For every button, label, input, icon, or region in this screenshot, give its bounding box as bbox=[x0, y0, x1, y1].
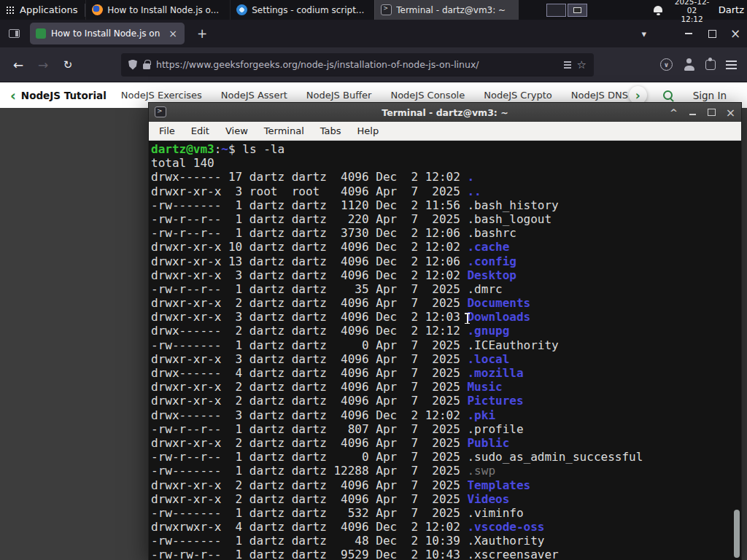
navigation-toolbar: https://www.geeksforgeeks.org/node-js/in… bbox=[0, 47, 747, 82]
terminal-output[interactable]: dartz@vm3:~$ ls -latotal 140drwx------ 1… bbox=[149, 141, 741, 560]
terminal-icon bbox=[381, 4, 392, 15]
workspace-window-thumb bbox=[573, 7, 581, 13]
tracking-protection-shield-icon[interactable] bbox=[128, 60, 137, 70]
menu-icon[interactable] bbox=[726, 61, 737, 69]
panel-clock[interactable]: 2025-12-02 12:12 bbox=[674, 0, 709, 23]
terminal-output-line: drwxr-xr-x 2 dartz dartz 4096 Apr 7 2025… bbox=[151, 380, 741, 394]
site-nav-item-3[interactable]: NodeJS Buffer bbox=[306, 90, 372, 101]
taskbar-button-1[interactable]: How to Install Node.js o... bbox=[85, 0, 230, 20]
taskbar-button-3[interactable]: Terminal - dartz@vm3: ~ bbox=[374, 0, 519, 20]
terminal-output-line: drwx------ 4 dartz dartz 4096 Apr 7 2025… bbox=[151, 366, 741, 380]
browser-minimize-button[interactable] bbox=[677, 20, 700, 47]
terminal-prompt-line: dartz@vm3:~$ ls -la bbox=[151, 142, 741, 156]
terminal-output-line: drwxr-xr-x 13 dartz dartz 4096 Dec 2 12:… bbox=[151, 254, 741, 268]
search-icon[interactable] bbox=[663, 90, 673, 100]
terminal-scrollbar-thumb[interactable] bbox=[734, 510, 740, 558]
terminal-output-line: -rw-r--r-- 1 dartz dartz 35 Apr 7 2025 .… bbox=[151, 282, 741, 296]
tab-title: How to Install Node.js on bbox=[51, 28, 162, 39]
terminal-output-line: drwxr-xr-x 2 dartz dartz 4096 Apr 7 2025… bbox=[151, 394, 741, 408]
browser-tab[interactable]: How to Install Node.js on bbox=[30, 23, 185, 44]
sign-in-button[interactable]: Sign In bbox=[693, 90, 727, 101]
terminal-output-line: -rw------- 1 dartz dartz 48 Dec 2 10:39 … bbox=[151, 534, 741, 548]
menu-item-view[interactable]: View bbox=[221, 125, 252, 136]
terminal-output-line: drwx------ 2 dartz dartz 4096 Dec 2 12:1… bbox=[151, 324, 741, 338]
notification-bell-icon[interactable] bbox=[653, 4, 661, 16]
terminal-scrollbar[interactable] bbox=[733, 141, 740, 560]
url-text[interactable]: https://www.geeksforgeeks.org/node-js/in… bbox=[156, 59, 558, 70]
taskbar-button-label: Settings - codium script... bbox=[252, 5, 364, 15]
terminal-output-line: drwxr-xr-x 2 dartz dartz 4096 Apr 7 2025… bbox=[151, 492, 741, 506]
applications-label: Applications bbox=[20, 4, 77, 15]
terminal-minimize-button[interactable] bbox=[688, 103, 697, 122]
back-button[interactable] bbox=[6, 52, 31, 77]
user-menu[interactable]: Dartz bbox=[719, 4, 744, 15]
browser-close-button[interactable] bbox=[724, 20, 747, 47]
list-all-tabs-icon[interactable] bbox=[641, 28, 646, 39]
terminal-output-line: drwx------ 3 dartz dartz 4096 Dec 2 12:0… bbox=[151, 408, 741, 422]
terminal-output-line: -rw------- 1 dartz dartz 1120 Dec 2 11:5… bbox=[151, 198, 741, 212]
terminal-titlebar[interactable]: Terminal - dartz@vm3: ~ bbox=[149, 103, 741, 122]
terminal-title: Terminal - dartz@vm3: ~ bbox=[382, 107, 508, 118]
terminal-output-line: -rw------- 1 dartz dartz 12288 Apr 7 202… bbox=[151, 464, 741, 478]
workspace-switcher[interactable] bbox=[546, 4, 587, 17]
terminal-maximize-button[interactable] bbox=[707, 103, 716, 122]
site-nav-back-chevron-icon[interactable] bbox=[10, 88, 16, 104]
terminal-output-line: -rw------- 1 dartz dartz 532 Apr 7 2025 … bbox=[151, 506, 741, 520]
terminal-output-line: drwxr-xr-x 2 dartz dartz 4096 Apr 7 2025… bbox=[151, 296, 741, 310]
terminal-output-line: drwxr-xr-x 2 dartz dartz 4096 Apr 7 2025… bbox=[151, 478, 741, 492]
terminal-output-line: -rw-r--r-- 1 dartz dartz 807 Apr 7 2025 … bbox=[151, 422, 741, 436]
clock-date: 2025-12-02 bbox=[674, 0, 709, 15]
terminal-shade-button[interactable] bbox=[669, 103, 678, 122]
terminal-output-line: drwxr-xr-x 10 dartz dartz 4096 Dec 2 12:… bbox=[151, 240, 741, 254]
tab-close-icon[interactable] bbox=[167, 28, 179, 39]
new-tab-button[interactable] bbox=[193, 26, 211, 41]
applications-grid-icon bbox=[6, 6, 15, 15]
forward-button[interactable] bbox=[31, 52, 55, 77]
terminal-menubar: FileEditViewTerminalTabsHelp bbox=[149, 122, 741, 141]
terminal-icon bbox=[155, 106, 166, 117]
site-nav-item-2[interactable]: NodeJS Assert bbox=[221, 90, 287, 101]
site-nav-tutorial-link[interactable]: NodeJS Tutorial bbox=[21, 90, 107, 101]
site-nav-item-5[interactable]: NodeJS Crypto bbox=[484, 90, 552, 101]
terminal-output-line: -rw------- 1 dartz dartz 0 Apr 7 2025 .I… bbox=[151, 338, 741, 352]
extensions-icon[interactable] bbox=[705, 60, 716, 70]
tab-bar: How to Install Node.js on bbox=[0, 20, 747, 47]
browser-maximize-button[interactable] bbox=[700, 20, 724, 47]
taskbar: How to Install Node.js o...Settings - co… bbox=[85, 0, 519, 20]
terminal-output-line: -rw-rw-r-- 1 dartz dartz 9529 Dec 2 10:4… bbox=[151, 548, 741, 560]
site-nav-item-6[interactable]: NodeJS DNS bbox=[571, 90, 628, 101]
menu-item-help[interactable]: Help bbox=[353, 125, 384, 136]
menu-item-terminal[interactable]: Terminal bbox=[260, 125, 309, 136]
firefox-view-icon[interactable] bbox=[9, 29, 20, 38]
terminal-output-line: drwxr-xr-x 3 dartz dartz 4096 Dec 2 12:0… bbox=[151, 310, 741, 324]
clock-time: 12:12 bbox=[674, 15, 709, 23]
firefox-window: How to Install Node.js on https://www.ge… bbox=[0, 20, 747, 108]
reload-button[interactable] bbox=[55, 52, 80, 77]
taskbar-button-label: Terminal - dartz@vm3: ~ bbox=[396, 5, 506, 15]
reader-mode-icon[interactable] bbox=[564, 61, 571, 63]
pocket-icon[interactable] bbox=[660, 58, 673, 71]
terminal-output-line: drwxr-xr-x 3 root root 4096 Apr 7 2025 .… bbox=[151, 184, 741, 198]
workspace-2[interactable] bbox=[568, 4, 587, 17]
terminal-output-line: drwx------ 17 dartz dartz 4096 Dec 2 12:… bbox=[151, 170, 741, 184]
site-nav-item-1[interactable]: NodeJS Exercises bbox=[121, 90, 202, 101]
menu-item-edit[interactable]: Edit bbox=[187, 125, 214, 136]
applications-menu-button[interactable]: Applications bbox=[0, 0, 85, 20]
terminal-output-line: -rw-r--r-- 1 dartz dartz 0 Apr 7 2025 .s… bbox=[151, 450, 741, 464]
taskbar-button-2[interactable]: Settings - codium script... bbox=[230, 0, 374, 20]
url-bar[interactable]: https://www.geeksforgeeks.org/node-js/in… bbox=[121, 53, 594, 77]
site-nav-item-4[interactable]: NodeJS Console bbox=[390, 90, 465, 101]
account-icon[interactable] bbox=[683, 58, 695, 71]
taskbar-button-label: How to Install Node.js o... bbox=[107, 5, 219, 15]
terminal-output-line: drwxrwxr-x 4 dartz dartz 4096 Dec 2 12:0… bbox=[151, 520, 741, 534]
terminal-close-button[interactable] bbox=[726, 103, 735, 122]
lock-icon[interactable] bbox=[143, 63, 150, 69]
desktop: Applications How to Install Node.js o...… bbox=[0, 0, 747, 560]
bookmark-star-icon[interactable] bbox=[577, 58, 587, 71]
terminal-window: Terminal - dartz@vm3: ~ FileEditViewTerm… bbox=[148, 102, 742, 560]
terminal-output-line: -rw-r--r-- 1 dartz dartz 3730 Dec 2 12:0… bbox=[151, 226, 741, 240]
workspace-1[interactable] bbox=[546, 4, 566, 17]
terminal-output-line: drwxr-xr-x 3 dartz dartz 4096 Dec 2 12:0… bbox=[151, 268, 741, 282]
menu-item-tabs[interactable]: Tabs bbox=[316, 125, 346, 136]
menu-item-file[interactable]: File bbox=[155, 125, 179, 136]
